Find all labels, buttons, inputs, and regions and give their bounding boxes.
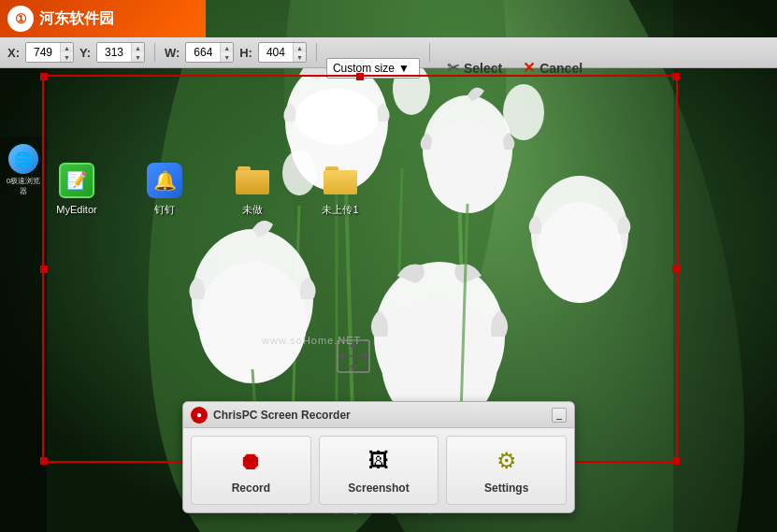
w-value-input[interactable]: [186, 46, 220, 59]
w-down-button[interactable]: ▼: [221, 52, 233, 62]
x-spinner[interactable]: ▲ ▼: [60, 43, 73, 62]
h-down-button[interactable]: ▼: [294, 52, 306, 62]
logo-text: 河东软件园: [39, 9, 114, 29]
icon-weishangchuan[interactable]: 未上传1: [310, 162, 370, 216]
w-up-button[interactable]: ▲: [221, 43, 233, 52]
settings-icon: ⚙: [492, 446, 522, 476]
screenshot-icon: 🖼: [364, 446, 394, 476]
separator-3: [429, 43, 430, 62]
y-label: Y:: [79, 46, 91, 60]
folder-weishangchuan-img: [324, 166, 357, 194]
x-value-input[interactable]: [26, 46, 60, 59]
y-value-input[interactable]: [97, 46, 131, 59]
chrispc-record-button[interactable]: ⏺ Record: [191, 436, 311, 505]
dropdown-arrow-icon: ▼: [398, 62, 410, 75]
separator-2: [316, 43, 317, 62]
chrispc-title: ChrisPC Screen Recorder: [213, 409, 351, 422]
h-spinner[interactable]: ▲ ▼: [293, 43, 306, 62]
h-label: H:: [239, 46, 252, 60]
x-label: X:: [7, 46, 20, 60]
x-up-button[interactable]: ▲: [61, 43, 73, 52]
y-down-button[interactable]: ▼: [132, 52, 144, 62]
cancel-x-icon: ✕: [523, 59, 535, 77]
chrispc-screenshot-button[interactable]: 🖼 Screenshot: [319, 436, 439, 505]
logo-area: ① 河东软件园: [0, 0, 206, 37]
select-label: Select: [464, 61, 502, 76]
w-label: W:: [165, 46, 180, 60]
svg-marker-32: [338, 352, 344, 360]
chrispc-settings-button[interactable]: ⚙ Settings: [446, 436, 567, 505]
dingding-icon-img: 🔔: [147, 163, 182, 198]
chrispc-titlebar: ● ChrisPC Screen Recorder _: [183, 402, 574, 428]
scissors-icon: ✂: [447, 59, 459, 77]
svg-marker-31: [350, 366, 357, 371]
y-spinner[interactable]: ▲ ▼: [131, 43, 144, 62]
x-input-field[interactable]: ▲ ▼: [25, 42, 74, 63]
chrispc-recorder-panel: ● ChrisPC Screen Recorder _ ⏺ Record 🖼 S…: [182, 401, 575, 513]
toolbar: X: ▲ ▼ Y: ▲ ▼ W: ▲ ▼ H: ▲ ▼ Custom size: [0, 37, 777, 68]
svg-marker-33: [363, 352, 368, 360]
left-sidebar: 🌐 0极速浏览器: [0, 137, 47, 532]
icon-weishangchuan-label: 未上传1: [322, 203, 358, 216]
y-input-field[interactable]: ▲ ▼: [96, 42, 145, 63]
icon-weizuo[interactable]: 未做: [223, 162, 282, 216]
x-down-button[interactable]: ▼: [61, 52, 73, 62]
move-cursor-icon: [337, 339, 370, 373]
chrispc-buttons-row: ⏺ Record 🖼 Screenshot ⚙ Settings: [183, 428, 574, 512]
cancel-label: Cancel: [540, 61, 583, 76]
select-button[interactable]: ✂ Select: [439, 55, 510, 80]
sidebar-item-browser[interactable]: 🌐 0极速浏览器: [0, 137, 47, 204]
y-up-button[interactable]: ▲: [132, 43, 144, 52]
chrispc-minimize-button[interactable]: _: [552, 408, 567, 423]
settings-label: Settings: [484, 482, 528, 495]
h-input-field[interactable]: ▲ ▼: [258, 42, 307, 63]
icon-dingding-label: 钉钉: [154, 203, 175, 216]
icon-myeditor[interactable]: 📝 MyEditor: [47, 162, 107, 216]
size-preset-label: Custom size: [333, 62, 395, 75]
icon-dingding[interactable]: 🔔 钉钉: [135, 162, 194, 216]
h-value-input[interactable]: [259, 46, 293, 59]
myeditor-icon-img: 📝: [59, 163, 94, 198]
desktop-area: 🌐 0极速浏览器 📝 MyEditor 🔔 钉钉 未做: [0, 68, 777, 532]
desktop-icons: 📝 MyEditor 🔔 钉钉 未做: [47, 162, 370, 216]
record-icon: ⏺: [236, 446, 266, 476]
size-preset-dropdown[interactable]: Custom size ▼: [326, 58, 420, 79]
h-up-button[interactable]: ▲: [294, 43, 306, 52]
cancel-button[interactable]: ✕ Cancel: [515, 55, 590, 80]
icon-myeditor-label: MyEditor: [56, 203, 96, 216]
record-label: Record: [232, 482, 270, 495]
folder-weizuo-img: [236, 166, 269, 194]
w-spinner[interactable]: ▲ ▼: [220, 43, 233, 62]
w-input-field[interactable]: ▲ ▼: [185, 42, 234, 63]
separator-1: [154, 43, 155, 62]
logo-icon: ①: [7, 6, 34, 32]
screenshot-label: Screenshot: [348, 482, 409, 495]
svg-marker-30: [350, 341, 357, 347]
chrispc-logo-icon: ●: [191, 407, 208, 424]
icon-weizuo-label: 未做: [242, 203, 263, 216]
